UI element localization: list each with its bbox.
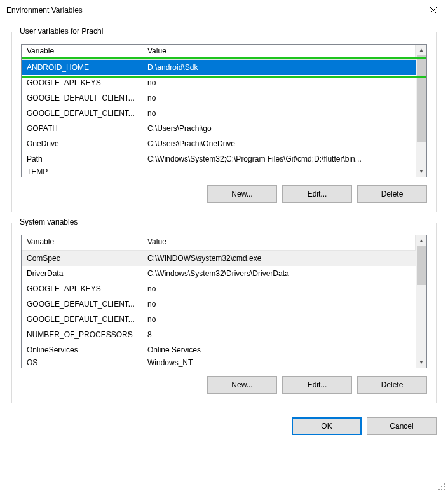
user-edit-button[interactable]: Edit...: [282, 185, 352, 203]
table-row[interactable]: GOOGLE_DEFAULT_CLIENT...no: [22, 312, 416, 327]
table-row[interactable]: GOOGLE_DEFAULT_CLIENT...no: [22, 296, 416, 312]
user-table-body: ANDROID_HOMED:\android\Sdk GOOGLE_API_KE…: [22, 60, 416, 177]
system-scrollbar[interactable]: ▲ ▼: [416, 235, 426, 368]
user-col-value[interactable]: Value: [142, 45, 416, 59]
scroll-down-icon[interactable]: ▼: [416, 357, 426, 368]
user-scrollbar[interactable]: ▲ ▼: [416, 45, 426, 177]
scroll-thumb[interactable]: [417, 55, 426, 142]
table-row[interactable]: ComSpecC:\WINDOWS\system32\cmd.exe: [22, 251, 416, 266]
table-row[interactable]: NUMBER_OF_PROCESSORS8: [22, 327, 416, 342]
system-col-value[interactable]: Value: [142, 235, 416, 250]
table-row[interactable]: GOOGLE_DEFAULT_CLIENT...no: [22, 106, 416, 121]
table-row[interactable]: OSWindows_NT: [22, 358, 416, 368]
close-icon: [430, 7, 437, 13]
svg-rect-5: [444, 489, 445, 490]
table-row[interactable]: OnlineServicesOnline Services: [22, 342, 416, 358]
scroll-thumb[interactable]: [417, 246, 426, 285]
user-variables-group: User variables for Prachi Variable Value…: [11, 32, 437, 212]
svg-rect-3: [438, 489, 440, 490]
dialog-footer: OK Cancel: [0, 413, 448, 444]
table-row[interactable]: TEMP: [22, 167, 416, 177]
svg-rect-1: [441, 486, 442, 487]
titlebar: Environment Variables: [0, 0, 448, 20]
resize-grip-icon: [437, 482, 446, 491]
svg-rect-2: [444, 486, 445, 487]
user-table-header: Variable Value: [22, 45, 416, 60]
system-variables-table[interactable]: Variable Value ComSpecC:\WINDOWS\system3…: [21, 235, 427, 368]
table-row[interactable]: DriverDataC:\Windows\System32\Drivers\Dr…: [22, 266, 416, 281]
system-button-row: New... Edit... Delete: [21, 376, 427, 394]
system-edit-button[interactable]: Edit...: [282, 376, 352, 394]
scroll-down-icon[interactable]: ▼: [416, 166, 426, 177]
resize-grip[interactable]: [437, 482, 446, 491]
table-row[interactable]: PathC:\Windows\System32;C:\Program Files…: [22, 151, 416, 167]
cancel-button[interactable]: Cancel: [367, 417, 437, 435]
dialog-content: User variables for Prachi Variable Value…: [0, 20, 448, 403]
scroll-up-icon[interactable]: ▲: [416, 235, 426, 246]
system-variables-group: System variables Variable Value ComSpecC…: [11, 223, 437, 403]
user-variables-table[interactable]: Variable Value ANDROID_HOMED:\android\Sd…: [21, 44, 427, 177]
system-col-variable[interactable]: Variable: [22, 235, 142, 250]
table-row[interactable]: GOOGLE_DEFAULT_CLIENT...no: [22, 90, 416, 106]
table-row[interactable]: ANDROID_HOMED:\android\Sdk: [22, 60, 416, 75]
user-new-button[interactable]: New...: [207, 185, 277, 203]
system-variables-label: System variables: [17, 218, 80, 226]
system-table-header: Variable Value: [22, 235, 416, 251]
user-delete-button[interactable]: Delete: [357, 185, 427, 203]
close-button[interactable]: [419, 0, 448, 20]
ok-button[interactable]: OK: [292, 417, 362, 435]
table-row[interactable]: OneDriveC:\Users\Prachi\OneDrive: [22, 136, 416, 151]
user-col-variable[interactable]: Variable: [22, 45, 142, 59]
system-new-button[interactable]: New...: [207, 376, 277, 394]
system-table-body: ComSpecC:\WINDOWS\system32\cmd.exe Drive…: [22, 251, 416, 368]
system-delete-button[interactable]: Delete: [357, 376, 427, 394]
window-title: Environment Variables: [6, 6, 83, 15]
table-row[interactable]: GOPATHC:\Users\Prachi\go: [22, 121, 416, 136]
svg-rect-4: [441, 489, 442, 490]
svg-rect-0: [444, 483, 445, 485]
user-button-row: New... Edit... Delete: [21, 185, 427, 203]
table-row[interactable]: GOOGLE_API_KEYSno: [22, 75, 416, 90]
user-variables-label: User variables for Prachi: [17, 27, 105, 36]
table-row[interactable]: GOOGLE_API_KEYSno: [22, 281, 416, 296]
scroll-up-icon[interactable]: ▲: [416, 45, 426, 55]
